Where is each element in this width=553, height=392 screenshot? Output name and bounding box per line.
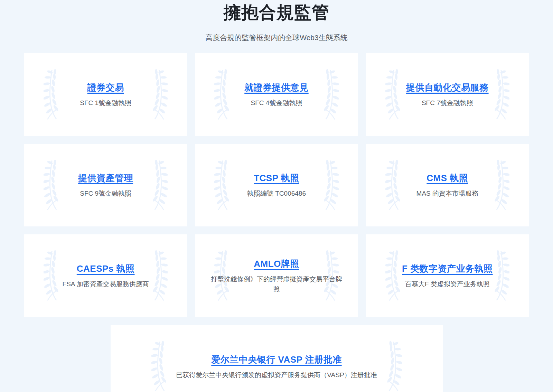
license-title-link[interactable]: 就證券提供意見 <box>244 82 309 94</box>
license-card-tcsp: TCSP 執照 執照編號 TC006486 <box>195 144 358 226</box>
laurel-branch-right-icon <box>492 156 509 214</box>
license-title-link[interactable]: F 类数字资产业务執照 <box>402 263 493 275</box>
license-title-link[interactable]: TCSP 執照 <box>254 172 299 184</box>
license-card-caesps: CAESPs 執照 FSA 加密資產交易服務供應商 <box>24 234 187 317</box>
license-subtitle: SFC 1號金融執照 <box>80 98 131 108</box>
license-card-vasp-ireland: 爱尔兰中央银行 VASP 注册批准 已获得爱尔兰中央银行颁发的虚拟资产服务提供商… <box>111 325 443 392</box>
page-title: 擁抱合規監管 <box>0 1 553 24</box>
license-subtitle: FSA 加密資產交易服務供應商 <box>63 279 149 289</box>
laurel-branch-left-icon <box>214 156 232 214</box>
license-subtitle: 已获得爱尔兰中央银行颁发的虚拟资产服务提供商（VASP）注册批准 <box>176 370 377 380</box>
laurel-branch-left-icon <box>44 247 61 305</box>
license-card-automated-trading: 提供自動化交易服務 SFC 7號金融執照 <box>366 53 529 136</box>
license-subtitle: 執照編號 TC006486 <box>247 189 306 198</box>
laurel-branch-right-icon <box>492 247 509 305</box>
license-subtitle: MAS 的資本市場服務 <box>416 189 478 198</box>
license-title-link[interactable]: 提供資產管理 <box>78 172 133 184</box>
license-card-securities-trading: 證券交易 SFC 1號金融執照 <box>24 53 187 136</box>
license-card-advising-securities: 就證券提供意見 SFC 4號金融執照 <box>195 53 358 136</box>
license-title-link[interactable]: 證券交易 <box>87 82 124 94</box>
laurel-branch-right-icon <box>321 156 339 214</box>
license-card-class-f-digital-asset: F 类数字资产业务執照 百慕大F 类虚拟资产业务執照 <box>366 234 529 317</box>
license-cards-grid: 證券交易 SFC 1號金融執照 就證券提供意見 SFC 4號金融執照 提供自動化… <box>0 53 553 317</box>
license-subtitle: 打擊洗錢條例》下的經營虛擬資產交易平台牌照 <box>209 274 344 293</box>
license-subtitle: SFC 9號金融執照 <box>80 189 131 198</box>
license-subtitle: SFC 7號金融執照 <box>422 98 473 108</box>
laurel-branch-left-icon <box>385 247 403 305</box>
license-title-link[interactable]: 爱尔兰中央银行 VASP 注册批准 <box>211 354 341 366</box>
laurel-branch-right-icon <box>150 247 168 305</box>
laurel-branch-left-icon <box>385 66 403 124</box>
license-title-link[interactable]: 提供自動化交易服務 <box>406 82 489 94</box>
license-card-amlo: AMLO牌照 打擊洗錢條例》下的經營虛擬資產交易平台牌照 <box>195 234 358 317</box>
laurel-branch-left-icon <box>44 156 61 214</box>
license-title-link[interactable]: CMS 執照 <box>427 172 468 184</box>
license-card-asset-management: 提供資產管理 SFC 9號金融執照 <box>24 144 187 226</box>
license-subtitle: 百慕大F 类虚拟资产业务執照 <box>405 279 490 289</box>
page-subtitle: 高度合規的監管框架内的全球Web3生態系統 <box>0 32 553 43</box>
license-title-link[interactable]: AMLO牌照 <box>254 258 299 270</box>
wide-card-row: 爱尔兰中央银行 VASP 注册批准 已获得爱尔兰中央银行颁发的虚拟资产服务提供商… <box>0 325 553 392</box>
laurel-branch-right-icon <box>321 66 339 124</box>
laurel-branch-left-icon <box>44 66 61 124</box>
laurel-branch-right-icon <box>150 66 168 124</box>
license-title-link[interactable]: CAESPs 執照 <box>77 263 135 275</box>
license-card-cms: CMS 執照 MAS 的資本市場服務 <box>366 144 529 226</box>
laurel-branch-right-icon <box>492 66 509 124</box>
laurel-branch-right-icon <box>150 156 168 214</box>
license-subtitle: SFC 4號金融執照 <box>251 98 302 108</box>
laurel-branch-left-icon <box>385 156 403 214</box>
laurel-branch-left-icon <box>214 66 232 124</box>
compliance-section-header: 擁抱合規監管 高度合規的監管框架内的全球Web3生態系統 <box>0 0 553 43</box>
laurel-branch-left-icon <box>151 337 169 392</box>
laurel-branch-right-icon <box>385 337 402 392</box>
